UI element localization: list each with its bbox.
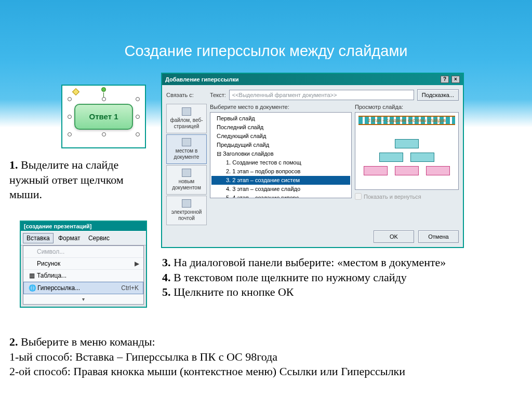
slide-title: Создание гиперссылок между слайдами [0, 0, 532, 60]
choose-place-label: Выберите место в документе: [210, 104, 352, 110]
table-icon: ▦ [26, 272, 37, 279]
preview-node [379, 153, 403, 162]
tree-item[interactable]: Первый слайд [211, 114, 350, 123]
menu-item-picture[interactable]: Рисунок ▶ [23, 258, 143, 270]
resize-handle[interactable] [136, 115, 140, 119]
tree-item[interactable]: Следующий слайд [211, 132, 350, 141]
shape-rotate-handle[interactable] [101, 87, 106, 92]
show-return-checkbox[interactable]: Показать и вернуться [355, 193, 459, 200]
text-input[interactable]: <<Выделенный фрагмент документа>> [229, 90, 414, 100]
preview-node [395, 139, 419, 148]
preview-node [395, 166, 419, 175]
ok-button[interactable]: OK [374, 230, 414, 243]
menu-item-table[interactable]: ▦Таблица... [23, 270, 143, 282]
resize-handle[interactable] [136, 97, 140, 101]
mail-icon [182, 199, 191, 208]
tree-item[interactable]: 1. Создание тестов с помощ [211, 158, 350, 167]
resize-handle[interactable] [68, 97, 72, 101]
resize-handle[interactable] [102, 132, 106, 136]
document-tree[interactable]: Первый слайд Последний слайд Следующий с… [210, 112, 352, 198]
steps-345: 3. На диалоговой панели выберите: «место… [162, 255, 515, 300]
globe-icon: 🌐 [27, 284, 37, 292]
tree-item-selected[interactable]: 3. 2 этап – создание систем [211, 176, 350, 185]
rail-new-doc[interactable]: новым документом [166, 165, 207, 195]
preview-node [364, 166, 388, 175]
new-doc-icon [182, 169, 191, 177]
tree-item[interactable]: Последний слайд [211, 123, 350, 132]
checkbox[interactable] [355, 193, 362, 200]
document-icon [182, 138, 191, 146]
hyperlink-dialog: Добавление гиперссылки ? × Связать с: Те… [161, 73, 464, 248]
hint-button[interactable]: Подсказка... [417, 89, 459, 101]
menu-item-symbol[interactable]: Символ... [23, 246, 143, 258]
resize-handle[interactable] [68, 132, 72, 136]
menu-insert[interactable]: Вставка [23, 233, 54, 243]
preview-title: 2 этап – создание системы слайдов [358, 116, 455, 125]
rail-file-web[interactable]: файлом, веб-страницей [166, 104, 207, 133]
rail-email[interactable]: электронной почтой [166, 196, 207, 225]
resize-handle[interactable] [102, 97, 106, 101]
step1-text: 1. Выделите на слайде нужный ответ щелчк… [9, 158, 155, 202]
resize-handle[interactable] [136, 132, 140, 136]
text-label: Текст: [210, 92, 226, 98]
tree-item[interactable]: 2. 1 этап – подбор вопросов [211, 167, 350, 176]
tree-group-headers[interactable]: ⊟ Заголовки слайдов [211, 149, 350, 158]
menu-service[interactable]: Сервис [85, 234, 113, 243]
preview-label: Просмотр слайда: [355, 104, 459, 110]
menu-expand[interactable]: ▾ [23, 294, 143, 304]
tree-item[interactable]: Предыдущий слайд [211, 141, 350, 149]
menu-item-hyperlink[interactable]: 🌐 Гиперссылка... Ctrl+K [23, 282, 143, 294]
slide-preview: 2 этап – создание системы слайдов [355, 112, 459, 190]
window-title: [создание презентаций] [21, 222, 146, 231]
dialog-titlebar: Добавление гиперссылки ? × [162, 74, 463, 85]
menu-bar: Вставка Формат Сервис [21, 231, 146, 245]
shape-adjust-handle[interactable] [72, 88, 79, 95]
step-2: 2. Выберите в меню команды: 1-ый способ:… [9, 335, 518, 379]
shortcut-label: Ctrl+K [121, 284, 139, 292]
preview-node [426, 166, 450, 175]
link-to-rail: файлом, веб-страницей местом в документе… [166, 104, 207, 225]
answer-screenshot: Ответ 1 [61, 85, 146, 148]
help-button[interactable]: ? [441, 76, 449, 83]
answer-button[interactable]: Ответ 1 [74, 104, 133, 130]
menu-format[interactable]: Формат [55, 234, 84, 243]
dropdown: Символ... Рисунок ▶ ▦Таблица... 🌐 Гиперс… [23, 245, 144, 305]
close-button[interactable]: × [451, 76, 460, 83]
rail-place-in-doc[interactable]: местом в документе [166, 134, 207, 164]
menu-screenshot: [создание презентаций] Вставка Формат Се… [20, 221, 147, 308]
cancel-button[interactable]: Отмена [418, 230, 459, 243]
link-with-label: Связать с: [166, 92, 207, 98]
tree-item[interactable]: 5. 4 этап – создание гиперс [211, 194, 350, 198]
globe-icon [182, 107, 191, 116]
resize-handle[interactable] [68, 115, 72, 119]
preview-node [410, 153, 434, 162]
tree-item[interactable]: 4. 3 этап – создание слайдо [211, 185, 350, 194]
